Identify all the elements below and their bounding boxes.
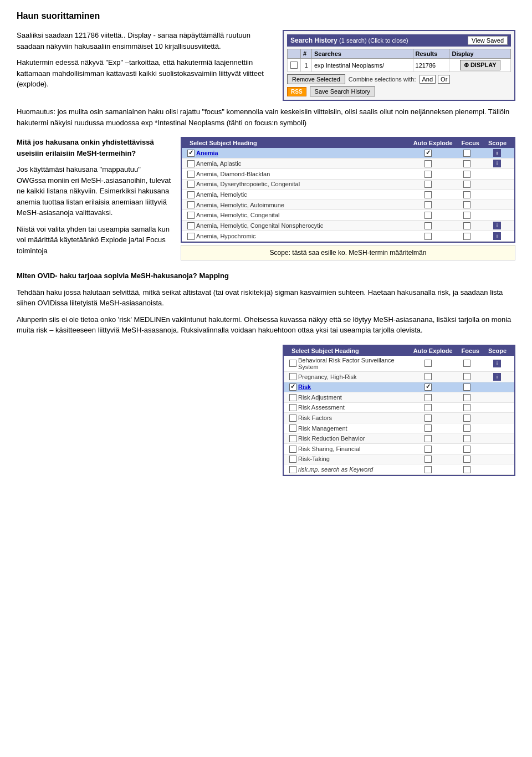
row-checkbox[interactable] (289, 383, 296, 391)
ae-checkbox[interactable] (424, 435, 432, 442)
col-num: # (301, 49, 312, 59)
focus-checkbox[interactable] (463, 446, 470, 453)
or-button[interactable]: Or (438, 75, 450, 84)
row-focus (450, 232, 483, 240)
focus-checkbox[interactable] (463, 191, 470, 198)
risk-header: Select Subject Heading Auto Explode Focu… (284, 346, 514, 356)
row-checkbox[interactable] (187, 160, 195, 167)
display-button[interactable]: ⊕ DISPLAY (460, 60, 500, 70)
row-checkbox[interactable] (289, 446, 296, 453)
ae-checkbox[interactable] (424, 233, 432, 240)
table-row: Risk Factors (284, 413, 514, 423)
scope-icon[interactable]: i (493, 222, 501, 229)
focus-checkbox[interactable] (463, 456, 470, 463)
row-checkbox[interactable] (289, 404, 296, 411)
focus-checkbox[interactable] (463, 160, 470, 167)
row-checkbox[interactable] (187, 233, 195, 240)
row-checkbox[interactable] (289, 373, 296, 380)
row-checkbox[interactable] (290, 62, 298, 69)
table-row: Anemia, Hemolytic, Congenital (182, 210, 514, 221)
combine-label: Combine selections with: (349, 76, 416, 83)
row-auto-explode (406, 445, 450, 453)
combine-ops: And Or (420, 75, 451, 84)
focus-checkbox[interactable] (463, 383, 470, 391)
row-focus (450, 181, 483, 188)
row-checkbox[interactable] (289, 415, 296, 422)
row-checkbox[interactable] (187, 150, 195, 157)
ae-checkbox[interactable] (424, 456, 432, 463)
col-results: Results (413, 49, 449, 59)
row-focus (450, 466, 483, 473)
row-term: Risk-Taking (298, 456, 406, 462)
focus-checkbox[interactable] (463, 404, 470, 411)
row-focus (450, 424, 483, 432)
focus-checkbox[interactable] (463, 360, 470, 367)
row-checkbox[interactable] (289, 456, 296, 463)
focus-checkbox[interactable] (463, 201, 470, 208)
focus-checkbox[interactable] (463, 424, 470, 432)
focus-checkbox[interactable] (463, 181, 470, 188)
col-display: Display (449, 49, 511, 59)
ae-checkbox[interactable] (424, 373, 432, 380)
row-focus (450, 456, 483, 463)
row-checkbox[interactable] (289, 466, 296, 473)
focus-checkbox[interactable] (463, 435, 470, 442)
ae-checkbox[interactable] (424, 181, 432, 188)
row-num: 1 (301, 59, 312, 72)
save-history-button[interactable]: Save Search History (310, 86, 375, 96)
ae-checkbox[interactable] (424, 360, 432, 367)
scope-icon[interactable]: i (493, 149, 501, 157)
ae-checkbox[interactable] (424, 446, 432, 453)
ae-checkbox[interactable] (424, 171, 432, 178)
risk-header-scope: Scope (484, 347, 511, 354)
ae-checkbox[interactable] (424, 212, 432, 219)
row-auto-explode (406, 466, 450, 473)
row-checkbox[interactable] (187, 181, 195, 188)
ae-checkbox[interactable] (424, 191, 432, 198)
table-row: Anemia, Hemolytic, Autoimmune (182, 200, 514, 211)
row-term[interactable]: Anemia (196, 150, 406, 156)
row-checkbox[interactable] (187, 212, 195, 219)
ae-checkbox[interactable] (424, 424, 432, 432)
focus-checkbox[interactable] (463, 171, 470, 178)
row-checkbox[interactable] (289, 424, 296, 432)
scope-icon[interactable]: i (493, 360, 501, 367)
row-term: Anemia, Hemolytic, Congenital (196, 212, 406, 218)
focus-checkbox[interactable] (463, 373, 470, 380)
row-checkbox[interactable] (187, 222, 195, 229)
ae-checkbox[interactable] (424, 466, 432, 473)
and-button[interactable]: And (420, 75, 436, 84)
ae-checkbox[interactable] (424, 201, 432, 208)
ae-checkbox[interactable] (424, 404, 432, 411)
row-checkbox[interactable] (289, 394, 296, 401)
row-checkbox[interactable] (187, 201, 195, 208)
ae-checkbox[interactable] (424, 394, 432, 401)
focus-checkbox[interactable] (463, 415, 470, 422)
scope-icon[interactable]: i (493, 373, 501, 381)
scope-icon[interactable]: i (493, 160, 501, 167)
focus-checkbox[interactable] (463, 222, 470, 229)
scope-icon[interactable]: i (493, 232, 501, 240)
row-term[interactable]: Risk (298, 383, 406, 390)
row-checkbox[interactable] (187, 191, 195, 198)
row-checkbox[interactable] (289, 360, 296, 367)
focus-checkbox[interactable] (463, 394, 470, 401)
row-auto-explode (406, 149, 450, 157)
focus-checkbox[interactable] (463, 212, 470, 219)
ae-checkbox[interactable] (424, 415, 432, 422)
focus-checkbox[interactable] (463, 150, 470, 157)
ae-checkbox[interactable] (424, 222, 432, 229)
ae-checkbox[interactable] (424, 150, 432, 157)
row-checkbox[interactable] (187, 171, 195, 178)
focus-checkbox[interactable] (463, 466, 470, 473)
rss-button[interactable]: RSS (287, 87, 306, 96)
focus-checkbox[interactable] (463, 233, 470, 240)
table-row: Risk-Taking (284, 454, 514, 465)
sh-header-focus: Focus (457, 140, 484, 146)
row-term: Risk Sharing, Financial (298, 446, 406, 452)
ae-checkbox[interactable] (424, 383, 432, 391)
remove-selected-button[interactable]: Remove Selected (287, 74, 345, 84)
view-saved-button[interactable]: View Saved (468, 36, 508, 45)
row-checkbox[interactable] (289, 435, 296, 442)
ae-checkbox[interactable] (424, 160, 432, 167)
